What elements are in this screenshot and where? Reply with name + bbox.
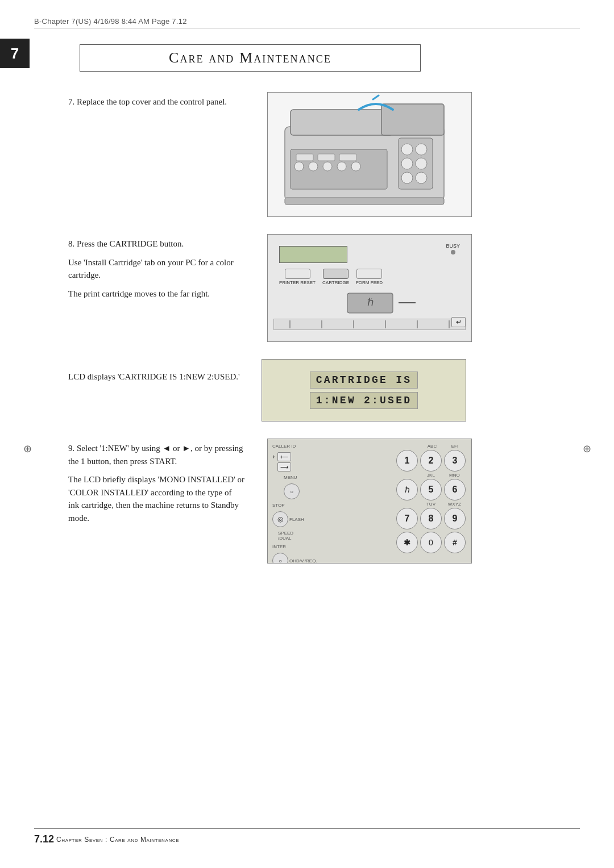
svg-point-8: [294, 162, 304, 171]
lcd-display-box: CARTRIDGE IS 1:NEW 2:USED: [262, 359, 466, 422]
svg-rect-1: [291, 110, 393, 135]
page: B-Chapter 7(US) 4/16/98 8:44 AM Page 7.1…: [0, 0, 614, 868]
chapter-number: 7: [11, 45, 19, 62]
busy-indicator: BUSY: [446, 243, 460, 254]
panel-btn-cartridge: CARTRIDGE: [322, 269, 349, 285]
step-8-row: 8. Press the CARTRIDGE button. Use 'Inst…: [68, 234, 580, 342]
step-7-image: [262, 92, 478, 217]
panel-buttons-row: PRINTER RESET CARTRIDGE FORM FEED: [279, 269, 383, 285]
step-7-text: 7. Replace the top cover and the control…: [68, 92, 244, 108]
svg-point-18: [401, 172, 413, 183]
fax-machine-illustration: [267, 92, 472, 217]
svg-rect-7: [339, 154, 356, 161]
lcd-text: LCD displays 'CARTRIDGE IS 1:NEW 2:USED.…: [68, 359, 244, 383]
footer-chapter-text: Chapter Seven : Care and Maintenance: [56, 836, 179, 844]
svg-point-17: [416, 158, 427, 169]
svg-rect-20: [285, 198, 444, 205]
step-9-text: 9. Select '1:NEW' by using ◄ or ►, or by…: [68, 439, 244, 524]
meta-line: B-Chapter 7(US) 4/16/98 8:44 AM Page 7.1…: [34, 17, 580, 28]
section-title: Care and Maintenance: [169, 49, 331, 66]
footer-page-num: 7.12: [34, 833, 54, 845]
chapter-tab: 7: [0, 39, 30, 68]
footer: 7.12 Chapter Seven : Care and Maintenanc…: [34, 828, 580, 845]
svg-rect-5: [296, 154, 313, 161]
step-8-sub1: Use 'Install Cartridge' tab on your PC f…: [68, 256, 244, 282]
panel-btn-printer-reset: PRINTER RESET: [279, 269, 316, 285]
step-9-num: 9.: [68, 444, 77, 453]
svg-point-11: [337, 162, 346, 171]
control-panel-illustration: BUSY PRINTER RESET CARTRIDGE: [267, 234, 472, 342]
lcd-screen-small: [279, 246, 347, 263]
svg-point-14: [401, 144, 413, 155]
step-9-row: 9. Select '1:NEW' by using ◄ or ►, or by…: [68, 439, 580, 564]
step-8-num: 8.: [68, 239, 77, 248]
panel-btn-form-feed: FORM FEED: [356, 269, 383, 285]
reg-mark-left: ⊕: [22, 443, 33, 454]
svg-point-19: [416, 172, 427, 183]
step-9-sub1: The LCD briefly displays 'MONO INSTALLED…: [68, 473, 244, 524]
keypad-illustration: CALLER ID › ⟵ ⟶ MENU: [267, 439, 472, 564]
section-title-box: Care and Maintenance: [80, 44, 421, 72]
svg-rect-6: [318, 154, 335, 161]
svg-point-9: [309, 162, 318, 171]
reg-mark-right: ⊕: [581, 443, 592, 454]
step-8-sub2: The print cartridge moves to the far rig…: [68, 287, 244, 301]
step-8-text: 8. Press the CARTRIDGE button. Use 'Inst…: [68, 234, 244, 300]
step-9-image: CALLER ID › ⟵ ⟶ MENU: [262, 439, 478, 564]
step-7-num: 7.: [68, 97, 77, 106]
panel-line-bottom: [273, 319, 466, 330]
lcd-line1: CARTRIDGE IS: [310, 372, 418, 389]
svg-point-16: [401, 158, 413, 169]
svg-line-3: [373, 95, 379, 99]
step-8-image: BUSY PRINTER RESET CARTRIDGE: [262, 234, 478, 342]
arrow-btn: ↵: [451, 317, 466, 327]
lcd-image: CARTRIDGE IS 1:NEW 2:USED: [262, 359, 478, 422]
content: 7. Replace the top cover and the control…: [34, 92, 580, 564]
lcd-row: LCD displays 'CARTRIDGE IS 1:NEW 2:USED.…: [68, 359, 580, 422]
svg-text:ℏ: ℏ: [367, 297, 374, 308]
svg-point-15: [416, 144, 427, 155]
lcd-line2: 1:NEW 2:USED: [310, 392, 418, 409]
svg-point-10: [323, 162, 332, 171]
svg-point-12: [351, 162, 360, 171]
step-7-row: 7. Replace the top cover and the control…: [68, 92, 580, 217]
